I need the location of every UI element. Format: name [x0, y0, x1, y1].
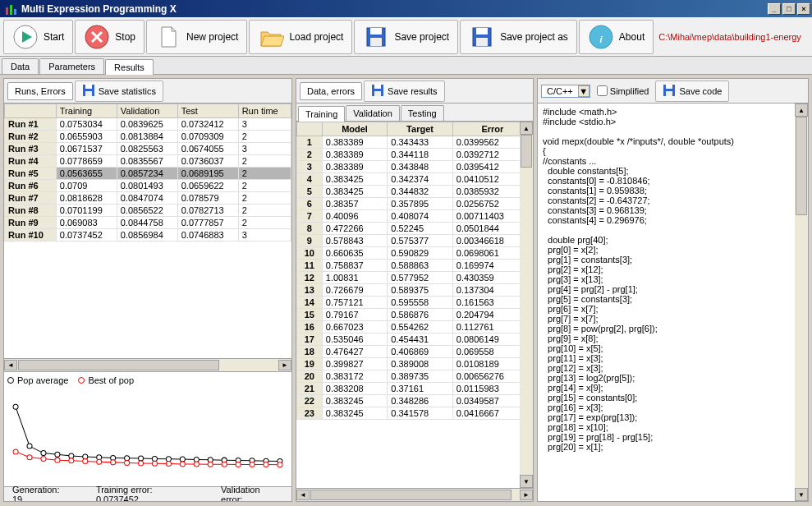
sub-tab-training[interactable]: Training	[298, 106, 345, 122]
save-project-as-button[interactable]: Save project as	[460, 20, 577, 54]
runs-errors-tab[interactable]: Runs, Errors	[7, 82, 73, 100]
save-code-button[interactable]: Save code	[655, 80, 729, 102]
filepath-label: C:\Mihai\mep\data\building1-energy	[658, 32, 809, 42]
table-row[interactable]: 121.008310.5779520.430359	[297, 272, 533, 284]
svg-rect-0	[6, 7, 8, 15]
table-row[interactable]: 170.5350460.4544310.0806149	[297, 334, 533, 346]
code-vscroll[interactable]: ▲▼	[795, 104, 808, 501]
data-vscroll[interactable]: ▲▼	[520, 122, 533, 488]
svg-point-20	[55, 452, 60, 457]
error-chart	[7, 389, 288, 483]
svg-rect-58	[374, 85, 381, 89]
svg-point-52	[222, 462, 227, 467]
sub-tab-testing[interactable]: Testing	[401, 105, 444, 121]
svg-rect-10	[476, 28, 488, 34]
save-project-button[interactable]: Save project	[354, 20, 458, 54]
table-row[interactable]: 200.3831720.3897350.00656276	[297, 370, 533, 383]
svg-point-26	[139, 456, 144, 461]
table-row[interactable]: Run #20.06559030.08138840.07093092	[5, 131, 291, 143]
table-row[interactable]: 50.3834250.3448320.0385932	[297, 186, 533, 198]
table-row[interactable]: 220.3832450.3482860.0349587	[297, 395, 533, 407]
data-errors-tab[interactable]: Data, errors	[300, 82, 362, 100]
table-row[interactable]: Run #30.06715370.08255630.06740553	[5, 143, 291, 155]
maximize-button[interactable]: □	[782, 3, 796, 15]
table-row[interactable]: Run #70.08186280.08470740.0785792	[5, 192, 291, 205]
window-title: Multi Expression Programming X	[21, 3, 768, 15]
table-row[interactable]: 150.791670.5868760.204794	[297, 309, 533, 321]
table-row[interactable]: 140.7571210.5955580.161563	[297, 297, 533, 309]
table-row[interactable]: Run #60.07090.08014930.06596222	[5, 180, 291, 192]
main-tab-results[interactable]: Results	[105, 59, 154, 75]
svg-point-44	[111, 460, 116, 465]
svg-point-47	[152, 461, 157, 466]
svg-point-56	[278, 462, 282, 467]
runs-hscroll[interactable]: ◄►	[4, 358, 291, 371]
svg-point-55	[264, 462, 268, 467]
table-row[interactable]: 20.3833890.3441180.0392712	[297, 149, 533, 161]
table-row[interactable]: Run #80.07011990.08565220.07827132	[5, 205, 291, 217]
svg-point-39	[41, 456, 46, 461]
table-row[interactable]: 30.3833890.3438480.0395412	[297, 161, 533, 173]
svg-point-54	[250, 462, 255, 467]
main-tab-parameters[interactable]: Parameters	[39, 58, 104, 74]
start-button[interactable]: Start	[3, 20, 73, 54]
svg-point-49	[180, 462, 185, 467]
floppy-small-icon	[82, 84, 95, 99]
save-results-button[interactable]: Save results	[364, 80, 445, 102]
table-row[interactable]: 190.3998270.3890080.0108189	[297, 358, 533, 370]
minimize-button[interactable]: _	[768, 3, 781, 15]
load-project-button[interactable]: Load project	[249, 20, 352, 54]
floppy-as-icon	[469, 24, 495, 50]
table-row[interactable]: Run #100.07374520.08569840.07468833	[5, 229, 291, 242]
play-icon	[12, 24, 39, 50]
svg-point-18	[27, 444, 32, 448]
svg-point-41	[69, 458, 74, 463]
table-row[interactable]: 40.3834250.3423740.0410512	[297, 173, 533, 186]
svg-point-42	[83, 458, 88, 463]
chevron-down-icon: ▼	[578, 85, 590, 97]
main-tab-data[interactable]: Data	[2, 58, 39, 74]
table-row[interactable]: 90.5788430.5753770.00346618	[297, 235, 533, 247]
table-row[interactable]: 230.3832450.3415780.0416667	[297, 407, 533, 420]
save-statistics-button[interactable]: Save statistics	[75, 80, 163, 102]
close-button[interactable]: ×	[797, 3, 810, 15]
svg-point-48	[166, 462, 171, 467]
about-button[interactable]: i About	[579, 20, 654, 54]
simplified-checkbox[interactable]	[597, 85, 608, 96]
table-row[interactable]: 60.383570.3578950.0256752	[297, 198, 533, 210]
svg-rect-7	[370, 28, 382, 34]
table-row[interactable]: 80.4722660.522450.0501844	[297, 223, 533, 235]
code-output[interactable]: #include <math.h> #include <stdio.h> voi…	[538, 104, 795, 501]
svg-point-46	[139, 461, 144, 466]
table-row[interactable]: 130.7266790.5893750.137304	[297, 284, 533, 297]
language-select[interactable]: C/C++▼	[541, 85, 590, 98]
app-icon	[5, 2, 18, 16]
sub-tab-validation[interactable]: Validation	[346, 105, 400, 121]
svg-rect-8	[370, 38, 382, 46]
svg-point-17	[13, 404, 18, 409]
table-row[interactable]: Run #40.07786590.08355670.07360372	[5, 155, 291, 168]
new-project-button[interactable]: New project	[146, 20, 247, 54]
table-row[interactable]: 10.3833890.3434330.0399562	[297, 136, 533, 149]
svg-point-25	[125, 456, 130, 461]
svg-rect-16	[85, 91, 92, 96]
data-hscroll[interactable]: ◄►	[296, 488, 533, 501]
svg-point-50	[194, 462, 199, 467]
table-row[interactable]: 180.4764270.4068690.069558	[297, 346, 533, 358]
table-row[interactable]: Run #90.0690830.08447580.07778572	[5, 217, 291, 229]
table-row[interactable]: Run #10.07530340.08396250.07324123	[5, 118, 291, 131]
svg-point-51	[208, 462, 213, 467]
table-row[interactable]: 160.6670230.5542620.112761	[297, 321, 533, 334]
svg-point-29	[180, 457, 185, 462]
file-icon	[155, 24, 181, 50]
table-row[interactable]: 210.3832080.371610.0115983	[297, 383, 533, 395]
stop-icon	[84, 24, 110, 50]
stop-button[interactable]: Stop	[75, 20, 145, 54]
table-row[interactable]: Run #50.05636550.08572340.06891952	[5, 168, 291, 180]
table-row[interactable]: 100.6606350.5908290.0698061	[297, 247, 533, 260]
svg-point-21	[69, 453, 74, 458]
table-row[interactable]: 70.400960.4080740.00711403	[297, 210, 533, 223]
svg-rect-2	[14, 9, 16, 15]
table-row[interactable]: 110.7588370.5888630.169974	[297, 260, 533, 272]
svg-point-28	[166, 457, 171, 462]
